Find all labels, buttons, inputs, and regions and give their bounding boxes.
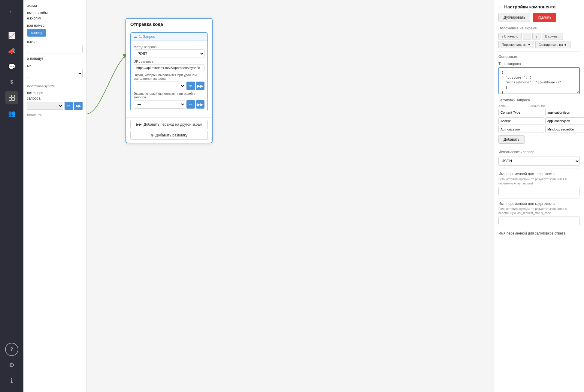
help-icon[interactable]: ?: [5, 343, 18, 356]
add-branch-btn[interactable]: ⊕ Добавить развилку: [130, 131, 208, 140]
request-body: Метод запроса POST URL запроса Экран, ко…: [131, 41, 207, 111]
parser-select[interactable]: JSON: [498, 157, 580, 166]
basics-section-title: Основные: [498, 55, 580, 59]
screen-error-label: Экран, который выполнится при ошибке зап…: [134, 92, 204, 99]
url-label: URL запроса: [134, 60, 204, 63]
left-text-5: вателя: [27, 40, 83, 44]
parser-label: Использовать парсер: [498, 150, 580, 154]
action-buttons: Дублировать Удалить: [498, 13, 580, 22]
analytics-icon[interactable]: 📈: [5, 29, 18, 42]
duplicate-button[interactable]: Дублировать: [498, 13, 530, 22]
headers-title: Заголовки запроса: [498, 98, 580, 102]
left-nav-btn[interactable]: ▶▶: [74, 102, 83, 110]
canvas-area: зками омер, чтобы е кнопку вой номер кно…: [23, 0, 494, 392]
screen-error-row: — ✏ ▶▶: [134, 100, 204, 109]
body-textarea[interactable]: { "customer": { "mobilePhone": "{{usPhon…: [498, 67, 580, 94]
pos-up-btn[interactable]: ↑: [523, 33, 531, 40]
method-label: Метод запроса: [134, 45, 204, 49]
screen-error-nav-btn[interactable]: ▶▶: [196, 100, 204, 109]
svg-rect-1: [12, 95, 14, 97]
left-url-section: /operations/sync?e: [27, 84, 83, 88]
var-code-label: Имя переменной для кода ответа: [498, 202, 580, 206]
method-row: POST: [134, 49, 204, 58]
left-text-3: е кнопку: [27, 16, 83, 20]
divider-5: [498, 228, 580, 228]
left-screen-text2: запроса: [27, 96, 83, 100]
right-panel: ← Настройки компонента Дублировать Удали…: [494, 0, 584, 392]
headers-cols: Ключ Значение: [498, 104, 580, 108]
left-select-1[interactable]: [27, 69, 83, 78]
dollar-icon[interactable]: $: [5, 76, 18, 89]
info-icon[interactable]: ℹ: [5, 374, 18, 387]
position-section-title: Положение на экране: [498, 26, 580, 30]
settings-icon[interactable]: ⚙: [5, 358, 18, 372]
var-body-hint: Если оставить пустым, то результат запиш…: [498, 177, 580, 186]
header-row-2: ✕: [498, 117, 580, 124]
left-text-6: а попадут: [27, 56, 83, 61]
divider-2: [498, 147, 580, 147]
left-section-3: вой номер кнопку: [27, 23, 83, 37]
left-text-1: зками: [27, 4, 83, 8]
header-val-2[interactable]: [545, 117, 584, 124]
back-icon[interactable]: ←: [5, 5, 18, 18]
screen-success-select[interactable]: —: [134, 82, 185, 90]
screen-success-row: — ✏ ▶▶: [134, 82, 204, 90]
var-code-input[interactable]: [498, 217, 580, 225]
val-col-label: Значение: [530, 104, 580, 108]
header-row-3: ✕: [498, 126, 580, 133]
left-edit-btn[interactable]: ✏: [65, 102, 73, 110]
add-transition-btn[interactable]: ▶▶ Добавить переход на другой экран: [130, 120, 208, 129]
chat-icon[interactable]: 💬: [5, 60, 18, 73]
sidebar: ← 📈 📣 💬 $ 👥 ? ⚙ ℹ: [0, 0, 23, 392]
left-input-1[interactable]: [27, 45, 83, 53]
delete-button[interactable]: Удалить: [533, 13, 556, 22]
pos-copy-btn[interactable]: Скопировать на ▼: [535, 41, 570, 48]
divider-1: [498, 51, 580, 52]
flow-arrow: [23, 0, 494, 392]
left-panel: зками омер, чтобы е кнопку вой номер кно…: [23, 0, 86, 392]
header-key-1[interactable]: [498, 109, 544, 116]
left-screen-row: ✏ ▶▶: [27, 102, 83, 110]
pos-down-btn[interactable]: ↓: [532, 33, 541, 40]
header-val-1[interactable]: [545, 109, 584, 116]
divider-3: [498, 169, 580, 169]
megaphone-icon[interactable]: 📣: [5, 44, 18, 58]
header-val-3[interactable]: [545, 126, 584, 133]
header-key-2[interactable]: [498, 117, 544, 124]
pos-move-btn[interactable]: Переместить на ▼: [498, 41, 534, 48]
layout-icon[interactable]: [5, 91, 18, 104]
pos-to-bottom-btn[interactable]: В конец ↓: [542, 33, 563, 40]
screen-success-edit-btn[interactable]: ✏: [186, 82, 195, 90]
left-section-1: зками: [27, 4, 83, 8]
left-screen-text1: нится при: [27, 91, 83, 95]
header-key-3[interactable]: [498, 126, 544, 133]
header-row-1: ✕: [498, 109, 580, 116]
right-panel-title: ← Настройки компонента: [498, 4, 580, 9]
svg-rect-0: [9, 95, 11, 97]
var-headers-label: Имя переменной для заголовков ответа: [498, 231, 580, 235]
card-body: ☁ 1. Запрос Метод запроса POST URL запро…: [126, 29, 212, 117]
screen-error-select[interactable]: —: [134, 100, 185, 109]
request-section: ☁ 1. Запрос Метод запроса POST URL запро…: [130, 32, 208, 111]
left-button[interactable]: кнопку: [27, 29, 46, 37]
method-select[interactable]: POST: [134, 49, 204, 58]
cloud-icon: ☁: [134, 34, 137, 39]
divider-4: [498, 198, 580, 199]
left-section-6: ых: [27, 64, 83, 78]
left-screen-select[interactable]: [27, 102, 63, 110]
position-buttons: ↑ В начало ↑ ↓ В конец ↓ Переместить на …: [498, 33, 580, 48]
components-label: мпоненты: [27, 113, 83, 117]
var-body-input[interactable]: [498, 187, 580, 195]
card-title: Отправка кода: [130, 22, 163, 27]
screen-error-edit-btn[interactable]: ✏: [186, 100, 195, 109]
pos-to-top-btn[interactable]: ↑ В начало: [498, 33, 522, 40]
left-text-4: вой номер: [27, 23, 83, 28]
screen-success-label: Экран, который выполнится при удачном вы…: [134, 73, 204, 80]
add-header-btn[interactable]: Добавить: [498, 135, 525, 144]
headers-section: Заголовки запроса Ключ Значение ✕ ✕ ✕ До…: [498, 98, 580, 144]
card-container: Отправка кода ☁ 1. Запрос Метод запроса …: [126, 18, 213, 143]
url-input[interactable]: [134, 64, 204, 71]
users-icon[interactable]: 👥: [5, 107, 18, 120]
screen-success-nav-btn[interactable]: ▶▶: [196, 82, 204, 90]
left-section-4: вателя: [27, 40, 83, 53]
